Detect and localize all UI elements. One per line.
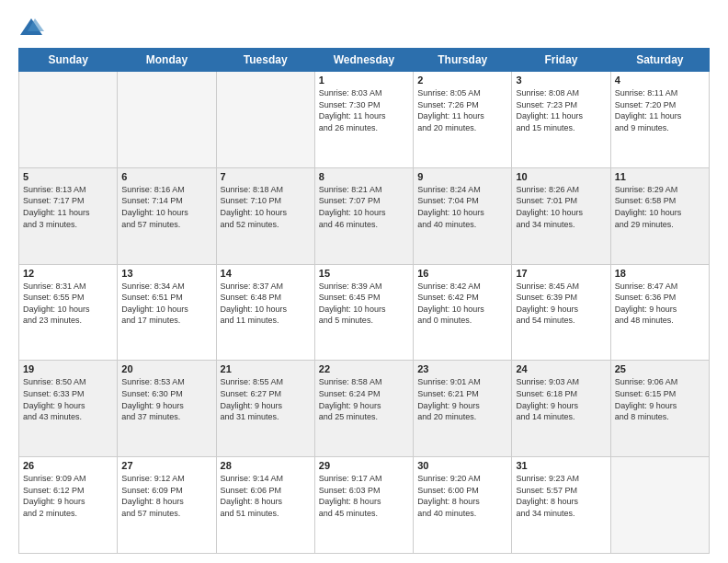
weekday-header-wednesday: Wednesday (314, 49, 413, 72)
day-info: Sunrise: 8:29 AM Sunset: 6:58 PM Dayligh… (615, 184, 705, 230)
day-info: Sunrise: 8:03 AM Sunset: 7:30 PM Dayligh… (319, 87, 409, 133)
calendar: SundayMondayTuesdayWednesdayThursdayFrid… (18, 48, 710, 554)
weekday-header-tuesday: Tuesday (216, 49, 314, 72)
day-info: Sunrise: 8:08 AM Sunset: 7:23 PM Dayligh… (516, 87, 606, 133)
day-number: 21 (221, 363, 311, 374)
day-info: Sunrise: 8:05 AM Sunset: 7:26 PM Dayligh… (417, 87, 507, 133)
calendar-cell: 3Sunrise: 8:08 AM Sunset: 7:23 PM Daylig… (512, 72, 610, 168)
day-number: 30 (417, 460, 507, 471)
day-info: Sunrise: 8:45 AM Sunset: 6:39 PM Dayligh… (516, 281, 606, 327)
day-info: Sunrise: 8:53 AM Sunset: 6:30 PM Dayligh… (121, 376, 211, 422)
day-number: 4 (615, 75, 705, 86)
day-number: 24 (516, 363, 606, 374)
calendar-cell: 20Sunrise: 8:53 AM Sunset: 6:30 PM Dayli… (118, 361, 216, 457)
day-number: 1 (319, 75, 409, 86)
calendar-cell: 31Sunrise: 9:23 AM Sunset: 5:57 PM Dayli… (512, 457, 610, 554)
calendar-cell: 17Sunrise: 8:45 AM Sunset: 6:39 PM Dayli… (512, 264, 610, 361)
day-number: 8 (319, 171, 409, 182)
day-info: Sunrise: 8:58 AM Sunset: 6:24 PM Dayligh… (319, 376, 409, 422)
calendar-cell: 25Sunrise: 9:06 AM Sunset: 6:15 PM Dayli… (610, 361, 709, 457)
calendar-cell: 6Sunrise: 8:16 AM Sunset: 7:14 PM Daylig… (118, 167, 216, 264)
calendar-cell (610, 457, 709, 554)
calendar-cell: 13Sunrise: 8:34 AM Sunset: 6:51 PM Dayli… (118, 264, 216, 361)
calendar-cell: 5Sunrise: 8:13 AM Sunset: 7:17 PM Daylig… (19, 167, 118, 264)
calendar-cell (118, 72, 216, 168)
day-number: 29 (319, 460, 409, 471)
day-number: 26 (23, 460, 113, 471)
calendar-cell: 15Sunrise: 8:39 AM Sunset: 6:45 PM Dayli… (314, 264, 413, 361)
day-number: 23 (417, 363, 507, 374)
calendar-cell: 18Sunrise: 8:47 AM Sunset: 6:36 PM Dayli… (610, 264, 709, 361)
calendar-cell: 4Sunrise: 8:11 AM Sunset: 7:20 PM Daylig… (610, 72, 709, 168)
day-info: Sunrise: 8:55 AM Sunset: 6:27 PM Dayligh… (221, 376, 311, 422)
day-info: Sunrise: 9:12 AM Sunset: 6:09 PM Dayligh… (121, 473, 211, 519)
day-info: Sunrise: 9:09 AM Sunset: 6:12 PM Dayligh… (23, 473, 113, 519)
page: SundayMondayTuesdayWednesdayThursdayFrid… (0, 0, 728, 563)
day-number: 11 (615, 171, 705, 182)
logo (18, 15, 48, 40)
calendar-cell: 14Sunrise: 8:37 AM Sunset: 6:48 PM Dayli… (216, 264, 314, 361)
day-info: Sunrise: 8:26 AM Sunset: 7:01 PM Dayligh… (516, 184, 606, 230)
calendar-week-row: 26Sunrise: 9:09 AM Sunset: 6:12 PM Dayli… (19, 457, 710, 554)
calendar-cell: 16Sunrise: 8:42 AM Sunset: 6:42 PM Dayli… (414, 264, 512, 361)
calendar-cell: 27Sunrise: 9:12 AM Sunset: 6:09 PM Dayli… (118, 457, 216, 554)
day-number: 5 (23, 171, 113, 182)
day-number: 6 (121, 171, 211, 182)
day-info: Sunrise: 9:14 AM Sunset: 6:06 PM Dayligh… (221, 473, 311, 519)
day-info: Sunrise: 8:21 AM Sunset: 7:07 PM Dayligh… (319, 184, 409, 230)
day-info: Sunrise: 8:47 AM Sunset: 6:36 PM Dayligh… (615, 281, 705, 327)
day-number: 16 (417, 268, 507, 279)
calendar-week-row: 19Sunrise: 8:50 AM Sunset: 6:33 PM Dayli… (19, 361, 710, 457)
weekday-header-friday: Friday (512, 49, 610, 72)
calendar-week-row: 5Sunrise: 8:13 AM Sunset: 7:17 PM Daylig… (19, 167, 710, 264)
day-info: Sunrise: 9:01 AM Sunset: 6:21 PM Dayligh… (417, 376, 507, 422)
day-number: 27 (121, 460, 211, 471)
calendar-cell: 21Sunrise: 8:55 AM Sunset: 6:27 PM Dayli… (216, 361, 314, 457)
day-info: Sunrise: 9:23 AM Sunset: 5:57 PM Dayligh… (516, 473, 606, 519)
calendar-cell: 7Sunrise: 8:18 AM Sunset: 7:10 PM Daylig… (216, 167, 314, 264)
weekday-header-saturday: Saturday (610, 49, 709, 72)
weekday-header-row: SundayMondayTuesdayWednesdayThursdayFrid… (19, 49, 710, 72)
day-info: Sunrise: 8:31 AM Sunset: 6:55 PM Dayligh… (23, 281, 113, 327)
day-number: 31 (516, 460, 606, 471)
day-number: 28 (221, 460, 311, 471)
day-info: Sunrise: 8:16 AM Sunset: 7:14 PM Dayligh… (121, 184, 211, 230)
calendar-week-row: 1Sunrise: 8:03 AM Sunset: 7:30 PM Daylig… (19, 72, 710, 168)
calendar-cell: 10Sunrise: 8:26 AM Sunset: 7:01 PM Dayli… (512, 167, 610, 264)
weekday-header-monday: Monday (118, 49, 216, 72)
calendar-cell (216, 72, 314, 168)
day-info: Sunrise: 8:18 AM Sunset: 7:10 PM Dayligh… (221, 184, 311, 230)
calendar-cell: 19Sunrise: 8:50 AM Sunset: 6:33 PM Dayli… (19, 361, 118, 457)
day-number: 7 (221, 171, 311, 182)
day-info: Sunrise: 9:20 AM Sunset: 6:00 PM Dayligh… (417, 473, 507, 519)
calendar-cell: 11Sunrise: 8:29 AM Sunset: 6:58 PM Dayli… (610, 167, 709, 264)
calendar-cell: 22Sunrise: 8:58 AM Sunset: 6:24 PM Dayli… (314, 361, 413, 457)
day-info: Sunrise: 8:34 AM Sunset: 6:51 PM Dayligh… (121, 281, 211, 327)
day-info: Sunrise: 9:06 AM Sunset: 6:15 PM Dayligh… (615, 376, 705, 422)
day-number: 10 (516, 171, 606, 182)
day-number: 14 (221, 268, 311, 279)
logo-icon (18, 15, 44, 40)
calendar-cell: 28Sunrise: 9:14 AM Sunset: 6:06 PM Dayli… (216, 457, 314, 554)
calendar-week-row: 12Sunrise: 8:31 AM Sunset: 6:55 PM Dayli… (19, 264, 710, 361)
day-number: 9 (417, 171, 507, 182)
day-info: Sunrise: 8:11 AM Sunset: 7:20 PM Dayligh… (615, 87, 705, 133)
day-number: 25 (615, 363, 705, 374)
header (18, 15, 710, 40)
calendar-cell: 23Sunrise: 9:01 AM Sunset: 6:21 PM Dayli… (414, 361, 512, 457)
day-number: 22 (319, 363, 409, 374)
day-number: 17 (516, 268, 606, 279)
calendar-cell: 8Sunrise: 8:21 AM Sunset: 7:07 PM Daylig… (314, 167, 413, 264)
day-number: 18 (615, 268, 705, 279)
calendar-cell: 12Sunrise: 8:31 AM Sunset: 6:55 PM Dayli… (19, 264, 118, 361)
calendar-cell: 9Sunrise: 8:24 AM Sunset: 7:04 PM Daylig… (414, 167, 512, 264)
day-info: Sunrise: 8:50 AM Sunset: 6:33 PM Dayligh… (23, 376, 113, 422)
day-number: 2 (417, 75, 507, 86)
day-number: 13 (121, 268, 211, 279)
calendar-cell (19, 72, 118, 168)
day-info: Sunrise: 8:39 AM Sunset: 6:45 PM Dayligh… (319, 281, 409, 327)
day-number: 3 (516, 75, 606, 86)
day-number: 12 (23, 268, 113, 279)
calendar-cell: 29Sunrise: 9:17 AM Sunset: 6:03 PM Dayli… (314, 457, 413, 554)
calendar-cell: 1Sunrise: 8:03 AM Sunset: 7:30 PM Daylig… (314, 72, 413, 168)
